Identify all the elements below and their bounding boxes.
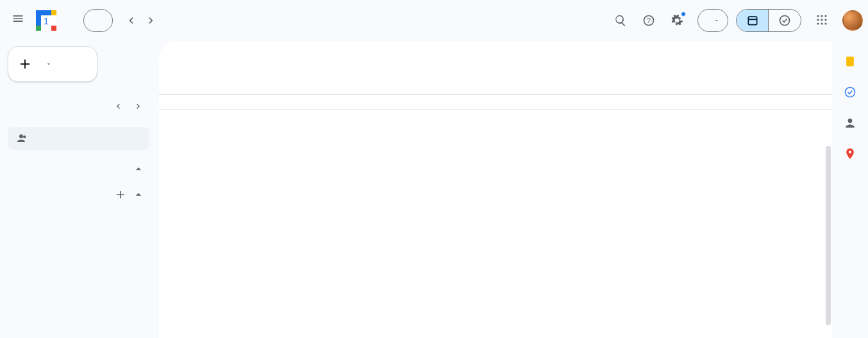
chevron-up-icon: [132, 163, 145, 175]
search-button[interactable]: [608, 8, 633, 33]
svg-text:1: 1: [44, 16, 49, 26]
svg-point-17: [824, 19, 826, 20]
maps-app[interactable]: [837, 141, 863, 166]
svg-point-19: [821, 22, 822, 24]
check-circle-icon: [778, 14, 791, 27]
svg-rect-9: [748, 17, 756, 24]
search-people-input[interactable]: [8, 127, 149, 150]
timezone-label: [159, 41, 197, 94]
svg-point-15: [817, 19, 819, 20]
main: [159, 41, 868, 338]
svg-text:?: ?: [647, 17, 651, 24]
allday-row: [159, 95, 832, 110]
people-icon: [15, 133, 27, 144]
support-button[interactable]: ?: [636, 8, 662, 33]
mini-next-month[interactable]: [131, 99, 146, 114]
calendar-grid: [159, 41, 832, 338]
svg-rect-5: [51, 26, 56, 31]
week-nav: [121, 10, 162, 31]
svg-point-14: [824, 15, 826, 17]
today-button[interactable]: [83, 9, 113, 32]
sidebar: [0, 41, 159, 338]
mini-prev-month[interactable]: [110, 99, 126, 114]
chevron-right-icon: [145, 14, 158, 27]
svg-rect-3: [51, 10, 56, 15]
svg-point-20: [824, 22, 826, 24]
svg-rect-21: [846, 57, 854, 67]
chevron-right-icon: [133, 101, 144, 111]
create-button[interactable]: [8, 46, 97, 82]
side-panel: [832, 41, 868, 338]
svg-point-24: [849, 150, 851, 153]
caret-down-icon: [714, 17, 720, 24]
header-actions: ?: [608, 8, 863, 33]
prev-week-button[interactable]: [121, 10, 141, 31]
settings-button[interactable]: [664, 8, 690, 33]
location-icon: [844, 147, 856, 160]
svg-point-16: [821, 19, 822, 20]
search-icon: [614, 14, 627, 27]
view-toggle: [736, 9, 801, 32]
account-avatar[interactable]: [842, 10, 863, 31]
body: [0, 41, 868, 338]
svg-point-13: [821, 15, 822, 17]
svg-point-12: [817, 15, 819, 17]
grid-body[interactable]: [159, 110, 832, 338]
plus-icon[interactable]: [114, 188, 127, 201]
svg-point-11: [780, 16, 790, 26]
apps-grid-icon: [816, 14, 828, 28]
week-header: [159, 41, 832, 95]
mini-calendar: [8, 99, 149, 117]
calendar-logo-icon: 1: [33, 8, 59, 33]
person-icon: [844, 117, 856, 129]
tasks-view-toggle[interactable]: [769, 10, 801, 31]
calendar-view-toggle[interactable]: [737, 10, 769, 31]
help-icon: ?: [642, 14, 655, 27]
settings-notification-dot: [681, 12, 686, 17]
view-selector[interactable]: [697, 9, 728, 32]
chevron-up-icon: [132, 188, 145, 201]
tasks-app[interactable]: [837, 79, 863, 105]
svg-point-22: [846, 88, 855, 97]
other-calendars-section[interactable]: [8, 181, 149, 201]
calendar-icon: [746, 14, 759, 27]
contacts-app[interactable]: [837, 110, 863, 136]
plus-icon: [17, 56, 33, 72]
keep-icon: [844, 55, 856, 68]
svg-point-23: [848, 118, 853, 123]
my-calendars-section[interactable]: [8, 155, 149, 175]
scrollbar[interactable]: [826, 146, 831, 325]
header: 1 ?: [0, 0, 868, 41]
svg-point-18: [817, 22, 819, 24]
tasks-icon: [844, 86, 856, 99]
svg-rect-4: [36, 26, 41, 31]
chevron-left-icon: [113, 101, 123, 111]
hamburger-icon: [12, 12, 24, 29]
chevron-left-icon: [124, 14, 137, 27]
caret-down-icon: [46, 61, 52, 67]
next-week-button[interactable]: [141, 10, 162, 31]
app-logo: 1: [33, 8, 64, 33]
main-menu-button[interactable]: [5, 8, 31, 33]
keep-app[interactable]: [837, 49, 863, 74]
google-apps-button[interactable]: [809, 8, 835, 33]
